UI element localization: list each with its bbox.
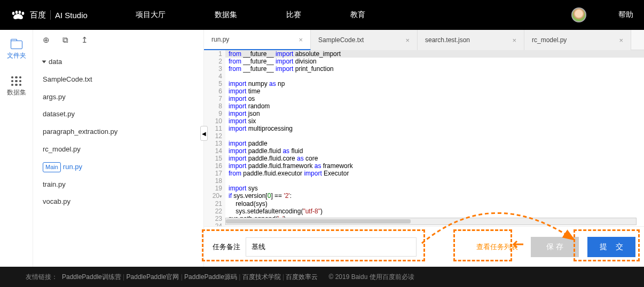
code-line[interactable]: 2from __future__ import division [204,58,644,65]
new-folder-icon[interactable]: ⧉ [62,35,68,45]
avatar[interactable] [571,7,586,22]
code-line[interactable]: 3from __future__ import print_function [204,65,644,73]
task-remark: 任务备注 [213,237,417,257]
save-button[interactable]: 保 存 [531,237,579,257]
tab-run-py[interactable]: run.py× [204,30,311,50]
code-line[interactable]: 14import paddle.fluid as fluid [204,147,644,155]
footer-label: 友情链接： [26,273,58,282]
nav-right: 帮助 [571,7,633,22]
code-line[interactable]: 6import time [204,87,644,95]
code-line[interactable]: 10import six [204,117,644,125]
svg-point-3 [22,12,25,15]
svg-point-0 [12,12,15,15]
horizontal-scrollbar[interactable] [225,218,637,225]
code-line[interactable]: 15import paddle.fluid.core as core [204,155,644,162]
footer-link[interactable]: 百度技术学院 [242,273,281,281]
code-line[interactable]: 1from __future__ import absolute_import [204,50,644,58]
code-line[interactable]: 21 reload(sys) [204,200,644,208]
collapse-sidebar-icon[interactable]: ◀ [200,126,208,141]
tab-SampleCode-txt[interactable]: SampleCode.txt× [311,30,418,50]
brand-main: 百度 [30,10,46,20]
brand-sub: AI Studio [55,11,88,20]
footer: 友情链接： PaddlePaddle训练营 | PaddlePaddle官网 |… [0,267,644,287]
action-bar: 任务备注 查看任务列表 保 存 提 交 [204,226,644,267]
file-vocab[interactable]: vocab.py [33,193,203,211]
chevron-down-icon [42,61,46,63]
code-line[interactable]: 17from paddle.fluid.executor import Exec… [204,170,644,177]
upload-icon[interactable]: ↥ [81,35,88,45]
code-line[interactable]: 20▾if sys.version[0] == '2': [204,192,644,200]
view-tasks-link[interactable]: 查看任务列表 [476,242,518,252]
code-line[interactable]: 19import sys [204,185,644,192]
dataset-icon [11,76,22,86]
remark-label: 任务备注 [213,242,240,252]
logo[interactable]: 百度 AI Studio [11,10,88,20]
code-line[interactable]: 13import paddle [204,140,644,147]
nav-item-competition[interactable]: 比赛 [286,10,301,20]
code-line[interactable]: 4 [204,73,644,80]
nav-links: 项目大厅 数据集 比赛 教育 [136,10,365,20]
file-tree: data SampleCode.txt args.py dataset.py p… [33,50,203,214]
sidebar-tools: ⊕ ⧉ ↥ [33,30,203,50]
baidu-paw-icon [11,11,26,19]
main: 文件夹 数据集 ⊕ ⧉ ↥ data SampleCode.txt args.p… [0,30,644,267]
divider-icon [50,10,51,20]
code-line[interactable]: 9import json [204,110,644,117]
close-icon[interactable]: × [405,36,410,44]
code-editor[interactable]: 1from __future__ import absolute_import2… [204,50,644,226]
file-run[interactable]: Mainrun.py [33,158,203,176]
new-file-icon[interactable]: ⊕ [43,35,50,45]
svg-point-1 [15,11,18,14]
tab-rc_model-py[interactable]: rc_model.py× [524,30,631,50]
footer-link[interactable]: PaddlePaddle官网 [127,273,179,281]
rail-files[interactable]: 文件夹 [7,41,26,60]
file-paragraph[interactable]: paragraph_extraction.py [33,123,203,141]
file-dataset[interactable]: dataset.py [33,106,203,123]
nav-item-projects[interactable]: 项目大厅 [136,10,166,20]
code-line[interactable]: 16import paddle.fluid.framework as frame… [204,162,644,170]
close-icon[interactable]: × [512,36,516,44]
folder-data[interactable]: data [33,53,203,71]
nav-item-datasets[interactable]: 数据集 [215,10,237,20]
footer-link[interactable]: PaddlePaddle源码 [184,273,237,281]
rail-dataset[interactable]: 数据集 [7,76,26,97]
code-line[interactable]: 7import os [204,95,644,102]
footer-copyright: © 2019 Baidu 使用百度前必读 [328,273,414,282]
code-line[interactable]: 11import multiprocessing [204,125,644,132]
close-icon[interactable]: × [299,36,303,44]
footer-link[interactable]: 百度效率云 [286,273,318,281]
file-rcmodel[interactable]: rc_model.py [33,141,203,158]
help-link[interactable]: 帮助 [618,10,633,20]
code-line[interactable]: 5import numpy as np [204,80,644,87]
code-line[interactable]: 8import random [204,102,644,110]
code-line[interactable]: 22 sys.setdefaultencoding("utf-8") [204,208,644,215]
file-sidebar: ⊕ ⧉ ↥ data SampleCode.txt args.py datase… [33,30,204,267]
code-line[interactable]: 18 [204,177,644,185]
main-badge: Main [43,162,61,173]
remark-input[interactable] [246,237,417,257]
nav-item-education[interactable]: 教育 [350,10,365,20]
close-icon[interactable]: × [619,36,623,44]
file-train[interactable]: train.py [33,176,203,194]
topnav: 百度 AI Studio 项目大厅 数据集 比赛 教育 帮助 [0,0,644,30]
editor-pane: ◀ run.py×SampleCode.txt×search.test.json… [204,30,644,267]
file-args[interactable]: args.py [33,89,203,106]
tab-search-test-json[interactable]: search.test.json× [418,30,524,50]
editor-tabs: run.py×SampleCode.txt×search.test.json×r… [204,30,644,50]
submit-button[interactable]: 提 交 [587,237,635,257]
file-sample[interactable]: SampleCode.txt [33,71,203,89]
svg-point-2 [19,11,21,14]
footer-link[interactable]: PaddlePaddle训练营 [62,273,121,281]
left-rail: 文件夹 数据集 [0,30,33,267]
folder-icon [11,41,22,49]
code-line[interactable]: 12 [204,132,644,140]
